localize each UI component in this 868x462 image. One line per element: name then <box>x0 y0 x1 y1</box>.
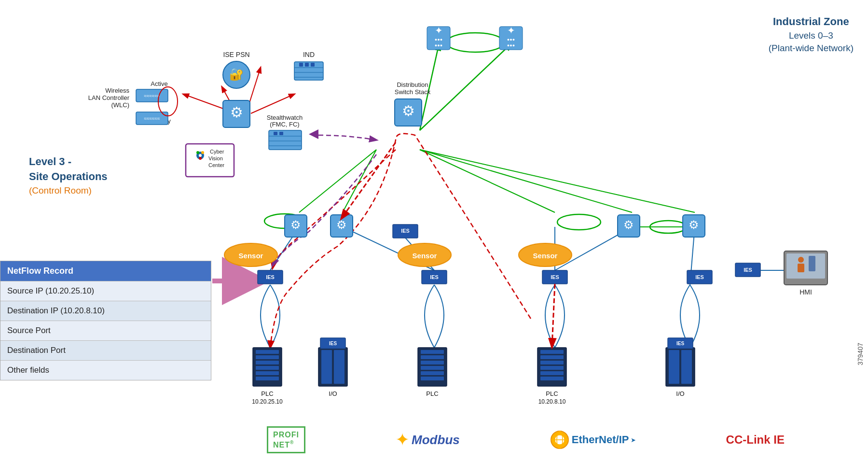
svg-rect-45 <box>395 99 422 126</box>
svg-text:IES: IES <box>266 274 275 280</box>
svg-point-60 <box>201 151 204 154</box>
svg-text:Stealthwatch: Stealthwatch <box>267 114 303 121</box>
svg-text:≈≈≈≈≈≈: ≈≈≈≈≈≈ <box>144 116 160 121</box>
svg-rect-24 <box>427 27 450 50</box>
svg-rect-69 <box>136 112 168 125</box>
svg-text:ISE PSN: ISE PSN <box>223 51 249 58</box>
svg-rect-89 <box>393 224 418 238</box>
ethernet-ip-logo: EtherNet/IP➤ <box>550 430 636 450</box>
level3-title: Level 3 - <box>29 154 108 169</box>
svg-rect-122 <box>421 366 444 370</box>
svg-point-9 <box>264 214 305 228</box>
svg-rect-128 <box>540 355 564 359</box>
svg-line-23 <box>183 94 236 113</box>
svg-rect-101 <box>735 263 760 277</box>
cclink-logo: CC-Link IE <box>726 433 785 447</box>
svg-line-147 <box>342 142 396 218</box>
svg-marker-55 <box>309 129 318 139</box>
svg-rect-99 <box>687 270 712 284</box>
svg-text:Standby: Standby <box>148 117 171 125</box>
svg-text:HMI: HMI <box>799 288 812 296</box>
svg-rect-97 <box>683 215 705 237</box>
svg-rect-124 <box>421 377 444 380</box>
svg-text:●●●: ●●● <box>435 43 442 48</box>
svg-rect-56 <box>186 144 234 177</box>
svg-rect-132 <box>540 377 564 380</box>
netflow-row-source-ip: Source IP (10.20.25.10) <box>0 281 211 301</box>
svg-text:🔐: 🔐 <box>229 67 244 81</box>
svg-line-1 <box>420 43 511 130</box>
svg-point-6 <box>557 214 601 230</box>
svg-rect-126 <box>537 348 566 386</box>
svg-rect-53 <box>274 132 277 135</box>
svg-text:Sensor: Sensor <box>533 252 558 260</box>
svg-text:Sensor: Sensor <box>239 252 263 260</box>
svg-line-14 <box>343 227 434 270</box>
svg-rect-137 <box>681 350 692 384</box>
svg-text:10.20.8.10: 10.20.8.10 <box>538 398 566 405</box>
svg-line-148 <box>552 284 555 347</box>
svg-text:10.20.25.10: 10.20.25.10 <box>252 398 283 405</box>
netflow-table: NetFlow Record Source IP (10.20.25.10) D… <box>0 261 211 380</box>
svg-text:Vision: Vision <box>208 155 223 161</box>
svg-rect-41 <box>305 63 309 67</box>
svg-rect-83 <box>258 270 283 284</box>
svg-rect-113 <box>321 350 332 384</box>
level3-label: Level 3 - Site Operations (Control Room) <box>29 154 108 197</box>
svg-text:⚙: ⚙ <box>689 218 699 231</box>
svg-text:I/O: I/O <box>676 390 684 397</box>
industrial-zone-sub2: (Plant-wide Network) <box>769 42 854 55</box>
svg-rect-79 <box>331 215 353 237</box>
svg-text:(WLC): (WLC) <box>111 101 129 109</box>
svg-rect-112 <box>318 348 347 386</box>
svg-rect-116 <box>320 338 345 349</box>
logos-area: PROFI NET® ✦ Modbus EtherNet/IP➤ CC-Link… <box>222 426 829 453</box>
svg-line-15 <box>396 227 434 270</box>
svg-text:(FMC, FC): (FMC, FC) <box>270 121 299 128</box>
svg-text:⚙: ⚙ <box>290 218 301 231</box>
svg-line-7 <box>299 150 376 212</box>
svg-rect-145 <box>809 256 815 271</box>
svg-text:IES: IES <box>676 341 684 346</box>
svg-rect-40 <box>299 63 303 67</box>
svg-line-8 <box>343 150 376 212</box>
level3-subtitle: Site Operations <box>29 169 108 184</box>
svg-rect-105 <box>256 355 279 359</box>
svg-rect-142 <box>786 253 825 279</box>
svg-rect-107 <box>256 366 279 370</box>
svg-rect-129 <box>540 361 564 364</box>
svg-text:⚙: ⚙ <box>623 218 634 231</box>
svg-text:≈≈≈≈≈≈: ≈≈≈≈≈≈ <box>144 93 160 98</box>
network-diagram: ✦ ●●● ●●● ✦ ●●● ●●● ISE PSN 🔐 IND Distri… <box>0 0 868 462</box>
svg-rect-131 <box>540 371 564 375</box>
svg-rect-135 <box>666 348 695 386</box>
svg-rect-104 <box>256 350 279 354</box>
svg-point-12 <box>650 221 687 233</box>
svg-rect-49 <box>269 130 302 150</box>
svg-text:Center: Center <box>208 162 224 168</box>
svg-text:✦: ✦ <box>507 25 515 36</box>
industrial-zone-title: Industrial Zone <box>769 14 854 29</box>
svg-rect-77 <box>285 215 307 237</box>
svg-text:IND: IND <box>303 51 315 58</box>
svg-rect-95 <box>618 215 640 237</box>
svg-point-59 <box>196 151 199 154</box>
svg-rect-144 <box>798 264 804 272</box>
svg-rect-28 <box>499 27 523 50</box>
netflow-row-dest-port: Destination Port <box>0 340 211 360</box>
svg-text:I/O: I/O <box>329 390 337 397</box>
svg-rect-123 <box>421 371 444 375</box>
svg-rect-87 <box>422 270 447 284</box>
svg-rect-109 <box>256 377 279 380</box>
document-number: 379407 <box>856 343 864 365</box>
netflow-row-other: Other fields <box>0 360 211 380</box>
svg-text:●●●: ●●● <box>507 43 515 48</box>
svg-line-17 <box>555 227 632 270</box>
netflow-row-dest-ip: Destination IP (10.20.8.10) <box>0 301 211 321</box>
svg-point-91 <box>519 243 572 266</box>
svg-point-81 <box>224 243 277 266</box>
svg-text:IES: IES <box>430 274 439 280</box>
svg-text:IES: IES <box>401 228 410 234</box>
svg-line-0 <box>420 43 439 130</box>
svg-text:LAN Controller: LAN Controller <box>88 94 130 101</box>
